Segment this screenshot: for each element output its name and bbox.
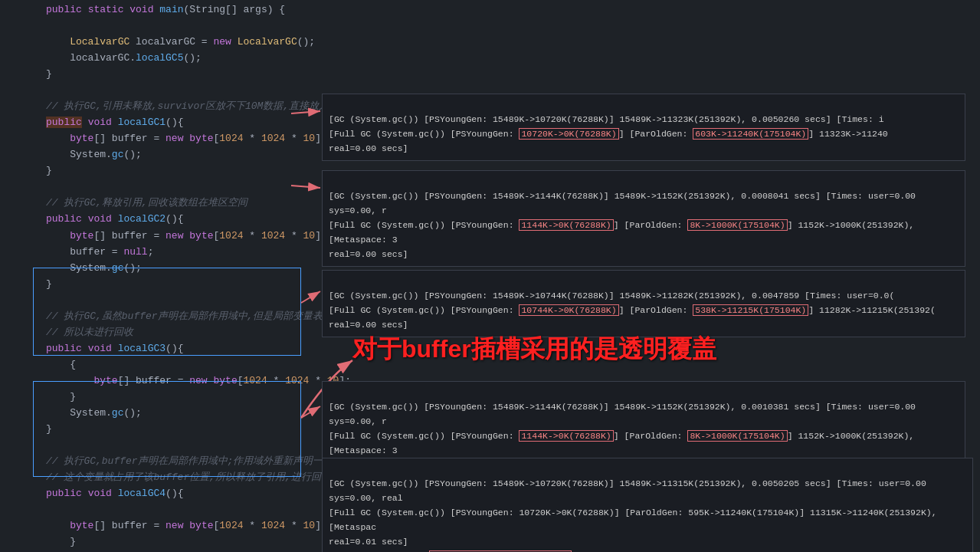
gc-log-panel-5: [GC (System.gc()) [PSYoungGen: 15489K->1… — [322, 458, 973, 552]
gc-highlight: 1144K->0K(76288K) — [519, 430, 613, 442]
code-line: public static void main(String[] args) { — [0, 2, 980, 18]
gc-highlight: 10720K->0K(76288K) — [519, 128, 618, 140]
line-number — [0, 2, 31, 2]
gc-log-panel-2: [GC (System.gc()) [PSYoungGen: 15489K->1… — [322, 170, 965, 267]
gc-highlight: 8K->1000K(175104K) — [687, 430, 787, 442]
gc-log-panel-1: [GC (System.gc()) [PSYoungGen: 15489K->1… — [322, 94, 965, 161]
gc-log-panel-3: [GC (System.gc()) [PSYoungGen: 15489K->1… — [322, 270, 965, 337]
gc-highlight: 1144K->0K(76288K) — [519, 219, 613, 231]
code-line — [0, 18, 980, 34]
code-line: } — [0, 66, 980, 82]
gc-highlight: 603K->11240K(175104K) — [693, 128, 808, 140]
line-text: public static void main(String[] args) { — [43, 2, 980, 18]
code-editor: public static void main(String[] args) {… — [0, 0, 980, 552]
annotation-text: 对于buffer插槽采用的是透明覆盖 — [352, 330, 716, 369]
code-line: localvarGC.localGC5(); — [0, 50, 980, 66]
gc-highlight: 10744K->0K(76288K) — [519, 304, 618, 316]
code-line: LocalvarGC localvarGC = new LocalvarGC()… — [0, 34, 980, 50]
gc-highlight: 8K->1000K(175104K) — [687, 219, 787, 231]
gc-highlight: 538K->11215K(175104K) — [693, 304, 808, 316]
